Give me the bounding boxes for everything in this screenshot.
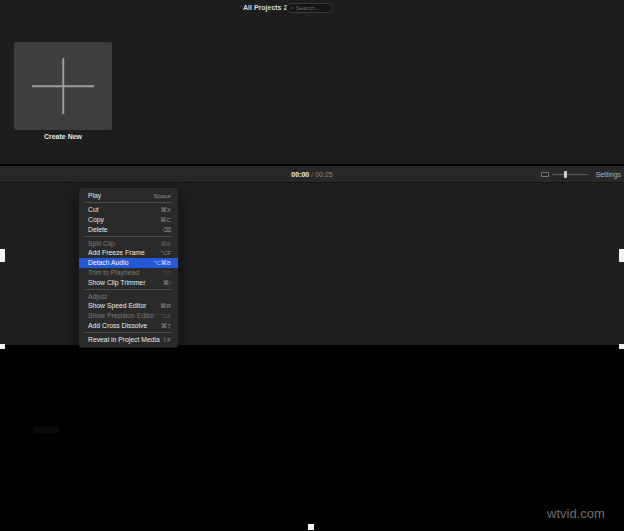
shortcut: ⌥F bbox=[160, 249, 171, 256]
menu-item-show-precision-editor: Show Precision Editor ⌃⌥F bbox=[79, 311, 178, 321]
shortcut: ⌘R bbox=[160, 302, 171, 309]
menu-item-reveal-in-project-media[interactable]: Reveal in Project Media ⇧F bbox=[79, 334, 178, 344]
menu-separator bbox=[85, 332, 172, 333]
menu-separator bbox=[85, 202, 172, 203]
shortcut: ⌥/ bbox=[162, 269, 171, 276]
menu-item-delete[interactable]: Delete ⌫ bbox=[79, 224, 178, 234]
plus-icon bbox=[14, 42, 112, 130]
projects-title: All Projects 2 bbox=[243, 4, 287, 11]
shortcut: ⌘B bbox=[161, 240, 171, 247]
search-field[interactable]: ⌕ bbox=[286, 3, 333, 13]
search-input[interactable] bbox=[296, 5, 329, 11]
search-icon: ⌕ bbox=[290, 5, 294, 12]
shortcut: ⌘T bbox=[161, 322, 171, 329]
menu-item-cut[interactable]: Cut ⌘X bbox=[79, 205, 178, 215]
shortcut: ⌘X bbox=[161, 206, 171, 213]
menu-item-split-clip: Split Clip ⌘B bbox=[79, 238, 178, 248]
menu-item-add-freeze-frame[interactable]: Add Freeze Frame ⌥F bbox=[79, 248, 178, 258]
menu-item-adjust: Adjust bbox=[79, 291, 178, 301]
timeline-right-trim-handle[interactable] bbox=[619, 249, 624, 262]
projects-browser: All Projects 2 ⌕ Create New bbox=[0, 0, 624, 164]
clip-size-icon bbox=[541, 172, 549, 177]
menu-item-show-clip-trimmer[interactable]: Show Clip Trimmer ⌘/ bbox=[79, 277, 178, 287]
create-new-tile[interactable] bbox=[14, 42, 112, 130]
selection-handle-bottom[interactable] bbox=[308, 524, 314, 530]
time-separator: / bbox=[311, 171, 313, 178]
clip-context-menu: Play Space Cut ⌘X Copy ⌘C Delete ⌫ Split… bbox=[78, 187, 179, 348]
clip-zoom-control[interactable] bbox=[541, 172, 588, 177]
current-time: 00:00 bbox=[291, 171, 309, 178]
menu-separator bbox=[85, 289, 172, 290]
menu-item-copy[interactable]: Copy ⌘C bbox=[79, 215, 178, 225]
shortcut: ⌘C bbox=[160, 216, 171, 223]
shortcut: Space bbox=[153, 192, 171, 199]
shortcut: ⌃⌥F bbox=[155, 312, 171, 319]
shortcut: ⌥⌘B bbox=[154, 259, 171, 266]
menu-separator bbox=[85, 236, 172, 237]
create-new-label: Create New bbox=[14, 133, 112, 140]
export-section: File My Movie 1 Description: This video … bbox=[0, 345, 624, 531]
menu-item-play[interactable]: Play Space bbox=[79, 191, 178, 201]
watermark: wtvid.com bbox=[547, 506, 605, 521]
shortcut: ⌘/ bbox=[163, 279, 171, 286]
menu-item-show-speed-editor[interactable]: Show Speed Editor ⌘R bbox=[79, 301, 178, 311]
selection-handle-right[interactable] bbox=[619, 344, 624, 349]
zoom-slider-thumb[interactable] bbox=[564, 171, 567, 178]
menu-item-trim-to-playhead: Trim to Playhead ⌥/ bbox=[79, 268, 178, 278]
clip-duration-badge bbox=[33, 427, 59, 433]
total-time: 00:25 bbox=[315, 171, 333, 178]
timeline-left-trim-handle[interactable] bbox=[0, 249, 5, 262]
timecode-display: 00:00/00:25 bbox=[0, 171, 624, 178]
selection-handle-left[interactable] bbox=[0, 344, 5, 349]
menu-item-detach-audio[interactable]: Detach Audio ⌥⌘B bbox=[79, 258, 178, 268]
imovie-window: All Projects 2 ⌕ Create New 00:00/00:25 … bbox=[0, 0, 624, 531]
menu-item-add-cross-dissolve[interactable]: Add Cross Dissolve ⌘T bbox=[79, 321, 178, 331]
shortcut: ⇧F bbox=[162, 336, 171, 343]
shortcut: ⌫ bbox=[162, 226, 171, 233]
settings-button[interactable]: Settings bbox=[596, 171, 621, 178]
zoom-slider[interactable] bbox=[552, 174, 588, 175]
